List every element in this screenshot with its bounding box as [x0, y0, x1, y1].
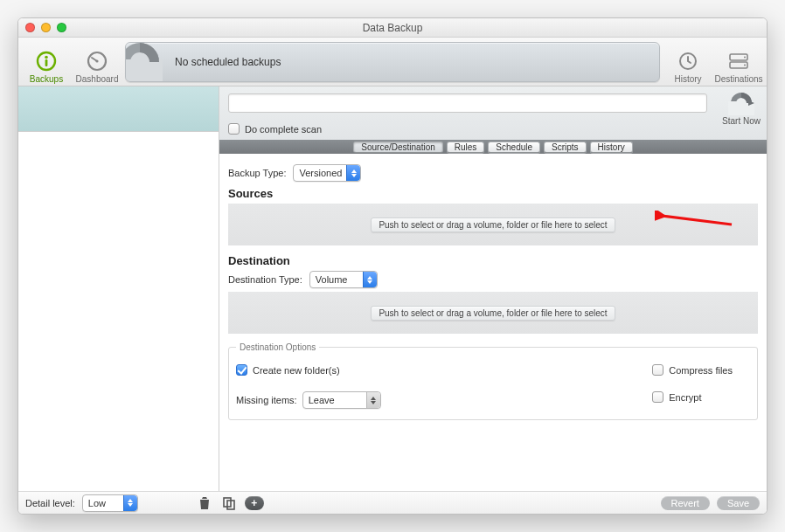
sidebar-list[interactable]: [18, 132, 219, 491]
sidebar: [18, 86, 219, 491]
toolbar-dashboard-label: Dashboard: [76, 74, 119, 84]
svg-line-19: [662, 216, 732, 225]
app-window: Data Backup Backups Dashboard: [17, 17, 768, 515]
status-banner-text: No scheduled backups: [175, 56, 281, 68]
svg-point-1: [45, 56, 48, 59]
info-icon: [35, 48, 58, 74]
missing-items-value: Leave: [309, 395, 335, 405]
missing-items-select[interactable]: Leave: [302, 391, 381, 409]
destination-type-value: Volume: [316, 274, 348, 285]
copy-icon: [222, 496, 236, 510]
footer: Detail level: Low + Revert Save: [18, 491, 767, 514]
sources-dropzone[interactable]: Push to select or drag a volume, folder …: [228, 204, 758, 245]
updown-arrows-icon: [366, 392, 380, 408]
start-now-icon: [719, 90, 763, 116]
toolbar-history-label: History: [674, 74, 701, 84]
drive-icon: [727, 48, 750, 74]
compress-files-label: Compress files: [669, 365, 733, 376]
gauge-icon: [86, 48, 108, 74]
revert-button[interactable]: Revert: [661, 496, 710, 510]
tab-strip: Source/Destination Rules Schedule Script…: [219, 140, 767, 154]
compress-files-checkbox[interactable]: [652, 364, 663, 376]
complete-scan-label: Do complete scan: [245, 124, 322, 135]
complete-scan-checkbox[interactable]: [228, 123, 240, 135]
toolbar-backups-label: Backups: [30, 74, 63, 84]
trash-icon: [198, 496, 211, 510]
updown-arrows-icon: [363, 272, 377, 287]
toolbar: Backups Dashboard: [18, 38, 767, 86]
save-button[interactable]: Save: [717, 496, 760, 510]
create-new-folders-label: Create new folder(s): [253, 365, 340, 376]
titlebar: Data Backup: [18, 18, 767, 38]
svg-point-13: [744, 65, 746, 66]
toolbar-dashboard[interactable]: Dashboard: [74, 48, 120, 84]
tab-scripts[interactable]: Scripts: [544, 142, 587, 153]
destination-type-select[interactable]: Volume: [309, 271, 378, 288]
destination-options-legend: Destination Options: [236, 342, 319, 352]
app-logo-icon: [125, 42, 170, 82]
clock-icon: [677, 48, 698, 74]
delete-button[interactable]: [196, 495, 213, 511]
start-now-button[interactable]: Start Now: [719, 90, 763, 126]
toolbar-destinations[interactable]: Destinations: [716, 48, 761, 84]
detail-level-value: Low: [88, 498, 106, 508]
status-banner: No scheduled backups: [125, 42, 660, 82]
detail-level-label: Detail level:: [25, 498, 75, 508]
add-button[interactable]: +: [245, 496, 264, 510]
destination-dropzone[interactable]: Push to select or drag a volume, folder …: [228, 292, 758, 334]
svg-rect-2: [45, 59, 48, 66]
main-header: Do complete scan Start Now: [219, 86, 767, 140]
updown-arrows-icon: [346, 165, 360, 181]
backup-type-label: Backup Type:: [228, 168, 286, 178]
toolbar-backups[interactable]: Backups: [24, 48, 69, 84]
start-now-label: Start Now: [722, 116, 761, 126]
updown-arrows-icon: [123, 495, 137, 511]
sources-select-button[interactable]: Push to select or drag a volume, folder …: [371, 218, 615, 232]
annotation-arrow-icon: [655, 211, 733, 230]
tab-schedule[interactable]: Schedule: [488, 142, 540, 153]
toolbar-history[interactable]: History: [665, 48, 711, 84]
sources-heading: Sources: [228, 187, 758, 200]
window-title: Data Backup: [18, 22, 767, 34]
toolbar-destinations-label: Destinations: [714, 74, 762, 84]
svg-point-4: [95, 59, 98, 62]
encrypt-label: Encrypt: [669, 392, 701, 403]
tab-history[interactable]: History: [590, 142, 633, 153]
destination-type-label: Destination Type:: [228, 274, 302, 285]
destination-options: Destination Options Create new folder(s)…: [228, 342, 758, 420]
encrypt-checkbox[interactable]: [652, 391, 663, 403]
sidebar-selected-slot[interactable]: [18, 86, 219, 132]
plus-icon: +: [251, 497, 257, 509]
backup-type-select[interactable]: Versioned: [293, 164, 361, 182]
svg-point-12: [744, 57, 746, 59]
backup-name-input[interactable]: [228, 93, 707, 113]
detail-level-select[interactable]: Low: [82, 494, 138, 512]
duplicate-button[interactable]: [220, 495, 238, 511]
tab-content: Backup Type: Versioned Sources Push to s…: [219, 154, 767, 491]
tab-rules[interactable]: Rules: [447, 142, 485, 153]
backup-type-value: Versioned: [299, 168, 342, 178]
destination-select-button[interactable]: Push to select or drag a volume, folder …: [371, 306, 615, 321]
create-new-folders-checkbox[interactable]: [236, 364, 247, 376]
destination-heading: Destination: [228, 254, 758, 267]
tab-source-destination[interactable]: Source/Destination: [353, 142, 443, 153]
main-panel: Do complete scan Start Now: [219, 86, 767, 491]
missing-items-label: Missing items:: [236, 395, 297, 405]
svg-rect-8: [125, 59, 163, 82]
